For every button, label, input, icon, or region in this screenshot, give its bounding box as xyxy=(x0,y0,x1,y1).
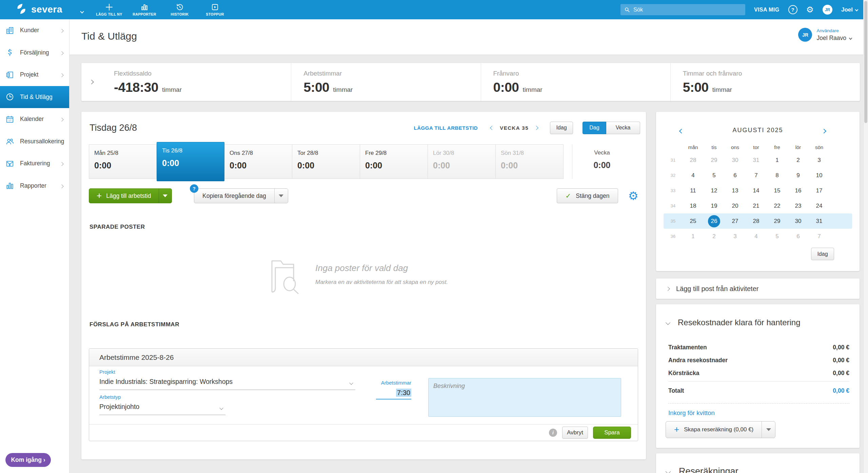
visa-mig-button[interactable]: VISA MIG xyxy=(754,7,780,13)
calendar-day[interactable]: 6 xyxy=(725,172,746,179)
activities-panel[interactable]: Lägg till post från aktiviteter xyxy=(656,279,860,299)
worktype-select[interactable]: Projektinjohto xyxy=(99,403,225,415)
calendar-day[interactable]: 11 xyxy=(683,187,704,194)
day-cell-tor-28-8[interactable]: Tor 28/80:00 xyxy=(292,144,360,179)
calendar-day[interactable]: 21 xyxy=(746,203,767,209)
sidebar-item-rapporter[interactable]: Rapporter xyxy=(0,175,69,197)
save-button[interactable]: Spara xyxy=(593,427,631,439)
hours-input[interactable]: 7:30 xyxy=(376,389,411,399)
calendar-day[interactable]: 23 xyxy=(788,203,809,209)
calendar-day[interactable]: 16 xyxy=(788,187,809,194)
copy-previous-day-dropdown[interactable] xyxy=(274,189,288,203)
calendar-day[interactable]: 31 xyxy=(809,218,830,225)
day-cell-tis-26-8[interactable]: Tis 26/80:00 xyxy=(157,142,224,181)
expenses-panel-header[interactable]: Resekostnader klara för hantering xyxy=(666,318,801,327)
calendar-day[interactable]: 13 xyxy=(725,187,746,194)
day-cell-lor-30-8[interactable]: Lör 30/80:00 xyxy=(428,144,496,179)
calendar-day[interactable]: 27 xyxy=(725,218,746,225)
calendar-day[interactable]: 26 xyxy=(704,215,725,227)
day-cell-fre-29-8[interactable]: Fre 29/80:00 xyxy=(360,144,428,179)
calendar-day[interactable]: 4 xyxy=(746,233,767,240)
travel-reports-panel[interactable]: Reseräkningar xyxy=(656,453,860,473)
day-cell-ons-27-8[interactable]: Ons 27/80:00 xyxy=(224,144,292,179)
calendar-day[interactable]: 28 xyxy=(746,218,767,225)
previous-week-button[interactable] xyxy=(491,125,494,131)
sidebar-item-kunder[interactable]: Kunder xyxy=(0,19,69,42)
add-worktime-dropdown[interactable] xyxy=(159,189,172,203)
cancel-button[interactable]: Avbryt xyxy=(562,427,588,439)
create-expense-report-button[interactable]: + Skapa reseräkning (0,00 €) xyxy=(666,421,775,438)
sidebar-item-fakturering[interactable]: Fakturering xyxy=(0,152,69,175)
calendar-day[interactable]: 29 xyxy=(704,157,725,164)
info-icon[interactable]: i xyxy=(549,429,557,437)
calendar-today-button[interactable]: Idag xyxy=(811,248,834,260)
add-worktime-link[interactable]: LÄGGA TILL ARBETSTID xyxy=(414,125,478,131)
calendar-day[interactable]: 3 xyxy=(725,233,746,240)
next-month-button[interactable] xyxy=(822,128,826,134)
receipt-inbox-link[interactable]: Inkorg för kvitton xyxy=(668,409,715,417)
create-expense-report-dropdown[interactable] xyxy=(762,421,775,438)
severa-logo[interactable]: severa xyxy=(16,3,62,16)
calendar-day[interactable]: 8 xyxy=(767,172,788,179)
calendar-day[interactable]: 20 xyxy=(725,203,746,209)
get-started-button[interactable]: Kom igång › xyxy=(5,453,51,467)
calendar-day[interactable]: 31 xyxy=(746,157,767,164)
nav-item-stoppur[interactable]: STOPPUR xyxy=(197,0,233,19)
avatar[interactable]: JR xyxy=(823,5,832,15)
calendar-day[interactable]: 2 xyxy=(704,233,725,240)
day-cell-son-31-8[interactable]: Sön 31/80:00 xyxy=(496,144,564,179)
toggle-day[interactable]: Dag xyxy=(583,122,606,134)
calendar-day[interactable]: 18 xyxy=(683,203,704,209)
copy-previous-day-button[interactable]: Kopiera föregående dag xyxy=(194,188,288,203)
day-cell-man-25-8[interactable]: Mån 25/80:00 xyxy=(89,144,157,179)
calendar-day[interactable]: 12 xyxy=(704,187,725,194)
search-input[interactable] xyxy=(620,4,745,15)
add-worktime-button[interactable]: + Lägg till arbetstid xyxy=(89,188,172,203)
calendar-day[interactable]: 19 xyxy=(704,203,725,209)
calendar-day[interactable]: 5 xyxy=(704,172,725,179)
sidebar-item-resursallokering[interactable]: Resursallokering xyxy=(0,130,69,153)
calendar-day[interactable]: 22 xyxy=(767,203,788,209)
calendar-day[interactable]: 9 xyxy=(788,172,809,179)
calendar-day[interactable]: 2 xyxy=(788,157,809,164)
calendar-day[interactable]: 15 xyxy=(767,187,788,194)
description-textarea[interactable] xyxy=(428,378,621,417)
header-user-selector[interactable]: JR Användare Joel Raavo xyxy=(798,28,852,42)
vertical-scrollbar[interactable] xyxy=(863,0,868,473)
calendar-day[interactable]: 10 xyxy=(809,172,830,179)
nav-item-lagg-till-ny[interactable]: LÄGG TILL NY xyxy=(92,0,127,19)
calendar-day[interactable]: 17 xyxy=(809,187,830,194)
toggle-week[interactable]: Vecka xyxy=(606,122,640,134)
calendar-day[interactable]: 5 xyxy=(767,233,788,240)
calendar-day[interactable]: 30 xyxy=(788,218,809,225)
calendar-day[interactable]: 28 xyxy=(683,157,704,164)
calendar-day[interactable]: 30 xyxy=(725,157,746,164)
nav-item-historik[interactable]: HISTORIK xyxy=(162,0,197,19)
sidebar-item-forsaljning[interactable]: Försäljning xyxy=(0,42,69,64)
worktime-settings-gear-icon[interactable]: ⚙ xyxy=(628,190,638,202)
calendar-day[interactable]: 3 xyxy=(809,157,830,164)
today-button[interactable]: Idag xyxy=(550,122,573,134)
sidebar-item-tid-and-utlagg[interactable]: Tid & Utlägg xyxy=(0,86,69,108)
calendar-day[interactable]: 14 xyxy=(746,187,767,194)
close-day-button[interactable]: ✓ Stäng dagen xyxy=(557,188,618,203)
sidebar-item-kalender[interactable]: 17Kalender xyxy=(0,108,69,130)
help-badge-icon[interactable]: ? xyxy=(190,184,198,193)
calendar-day[interactable]: 7 xyxy=(746,172,767,179)
calendar-day[interactable]: 7 xyxy=(809,233,830,240)
project-select[interactable]: Indie Industrials: Strategisparring: Wor… xyxy=(99,378,355,390)
calendar-day[interactable]: 4 xyxy=(683,172,704,179)
settings-gear-icon[interactable]: ⚙ xyxy=(806,5,814,14)
brand-menu-caret[interactable] xyxy=(81,8,83,14)
calendar-day[interactable]: 25 xyxy=(683,218,704,225)
nav-item-rapporter[interactable]: RAPPORTER xyxy=(127,0,162,19)
calendar-day[interactable]: 1 xyxy=(767,157,788,164)
expand-stats-button[interactable] xyxy=(81,63,102,101)
calendar-day[interactable]: 24 xyxy=(809,203,830,209)
next-week-button[interactable] xyxy=(535,125,538,131)
global-search[interactable] xyxy=(620,4,745,15)
calendar-day[interactable]: 29 xyxy=(767,218,788,225)
user-menu[interactable]: Joel xyxy=(841,6,858,13)
scrollbar-thumb[interactable] xyxy=(864,1,867,123)
help-icon[interactable]: ? xyxy=(788,5,797,14)
